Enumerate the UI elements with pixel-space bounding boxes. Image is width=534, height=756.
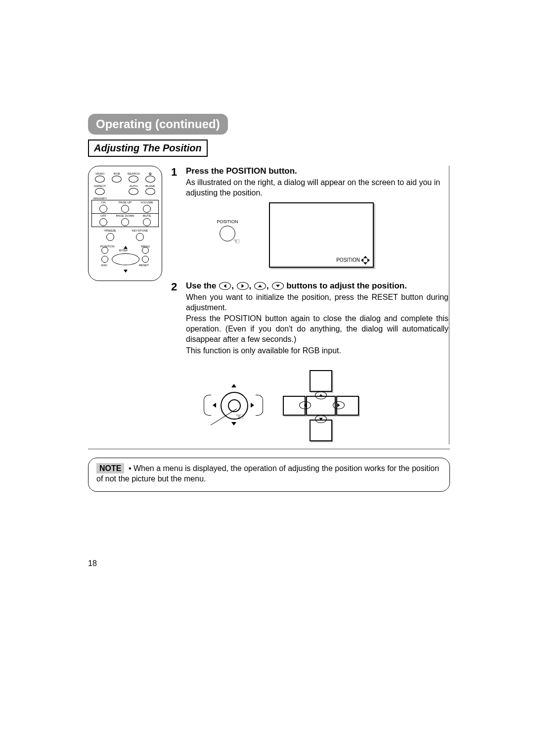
step-number: 2	[171, 281, 181, 356]
remote-label: VOLUME	[136, 201, 158, 204]
remote-label: ON	[92, 201, 114, 204]
step-number: 1	[171, 166, 181, 198]
remote-label: ENTER	[119, 249, 128, 252]
joystick-icon: ☜	[212, 383, 255, 426]
figure-label: POSITION	[217, 219, 238, 224]
left-arrow-icon	[219, 282, 231, 290]
step-title: Use the , , , buttons to adjust the posi…	[186, 281, 407, 290]
remote-label: ASPECT	[91, 185, 108, 188]
right-arrow-icon	[237, 282, 249, 290]
note-tag: NOTE	[96, 463, 124, 474]
remote-label: PAGE DOWN	[114, 214, 136, 217]
subheading: Adjusting The Position	[88, 140, 208, 157]
remote-dpad: POSITION MENU ENTER ESC RESET	[101, 244, 149, 274]
remote-label: RESET	[139, 264, 149, 267]
step-paragraph: When you want to initialize the position…	[186, 292, 448, 313]
figure-screen: POSITION	[269, 202, 374, 268]
remote-label: BLANK	[142, 185, 159, 188]
divider	[88, 448, 450, 450]
arrows-icon	[362, 257, 369, 264]
down-arrow-icon	[315, 415, 327, 423]
hand-icon: ☜	[235, 411, 244, 423]
remote-label: RGB	[108, 172, 125, 175]
step-paragraph: This function is only available for RGB …	[186, 346, 448, 356]
section-pill: Operating (continued)	[88, 114, 228, 135]
remote-label: FREEZE	[95, 229, 125, 232]
step-paragraph: As illustrated on the right, a dialog wi…	[186, 178, 448, 198]
note-box: NOTE • When a menu is displayed, the ope…	[88, 458, 450, 492]
remote-label: KEYSTONE	[125, 229, 155, 232]
remote-illustration: VIDEO RGB SEARCH ⏻ ASPECT AUTO BLANK MAG…	[88, 166, 162, 281]
remote-label: PAGE UP	[114, 201, 136, 204]
figure-position-dialog: POSITION ☜ POSITION	[200, 202, 448, 268]
step-paragraph: Press the POSITION button again to close…	[186, 314, 448, 344]
remote-label: SEARCH	[125, 172, 142, 175]
figure-label: POSITION	[336, 257, 360, 263]
page-number: 18	[88, 559, 97, 568]
hand-icon: ☜	[233, 237, 240, 245]
remote-label: ⏻	[142, 172, 159, 175]
remote-label: VIDEO	[91, 172, 108, 175]
right-arrow-icon	[333, 401, 345, 409]
remote-label: AUTO	[125, 185, 142, 188]
remote-label: OFF	[92, 214, 114, 217]
up-arrow-icon	[315, 391, 327, 399]
figure-adjust-grid: ☜	[212, 365, 448, 444]
up-arrow-icon	[254, 282, 266, 290]
left-arrow-icon	[299, 401, 311, 409]
down-arrow-icon	[272, 282, 284, 290]
step-title: Press the POSITION button.	[186, 166, 297, 176]
note-text: • When a menu is displayed, the operatio…	[96, 464, 439, 483]
remote-label: MUTE	[136, 214, 158, 217]
remote-label: ESC	[101, 264, 107, 267]
